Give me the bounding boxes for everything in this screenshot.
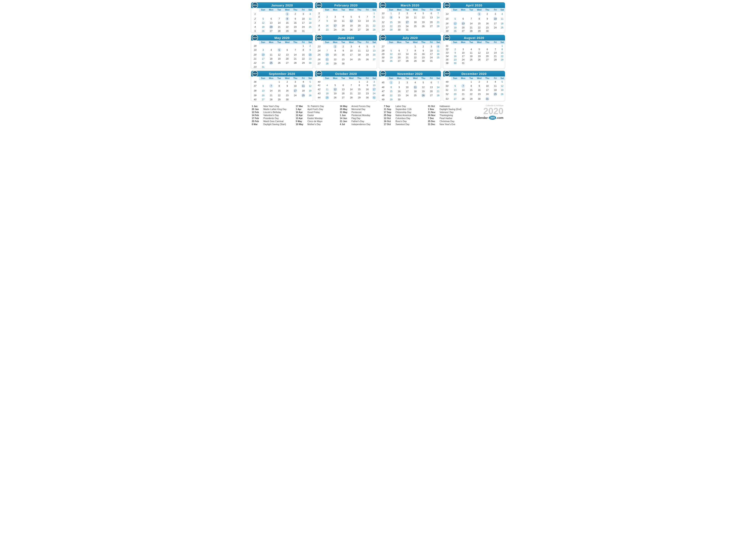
cal-day[interactable]: 26	[419, 93, 427, 98]
cal-day[interactable]: 3	[371, 80, 377, 84]
cal-day[interactable]: 5	[275, 48, 283, 52]
cal-day[interactable]: 4	[355, 44, 363, 49]
cal-day[interactable]: 29	[331, 62, 339, 65]
cal-day[interactable]: 17	[427, 52, 435, 56]
cal-day[interactable]: 19	[419, 20, 427, 25]
cal-day[interactable]: 10	[403, 85, 411, 89]
cal-day[interactable]: 1	[467, 80, 475, 84]
cal-day[interactable]: 31	[299, 29, 307, 33]
cal-day[interactable]: 8	[387, 85, 395, 89]
cal-day[interactable]: 26	[331, 95, 339, 100]
cal-day[interactable]: 2	[395, 80, 403, 85]
cal-day[interactable]: 17	[403, 89, 411, 93]
cal-day[interactable]: 21	[435, 20, 441, 25]
cal-day[interactable]: 21	[267, 93, 275, 98]
cal-day[interactable]: 4	[299, 80, 307, 84]
cal-day[interactable]: 27	[259, 98, 267, 101]
cal-day[interactable]: 7	[491, 48, 499, 51]
cal-day[interactable]: 14	[291, 52, 299, 57]
cal-day[interactable]: 1	[331, 44, 339, 49]
cal-day[interactable]: 28	[291, 61, 299, 65]
cal-day[interactable]: 21	[363, 23, 371, 28]
cal-day[interactable]: 3	[331, 15, 339, 18]
cal-day[interactable]: 1	[387, 80, 395, 85]
cal-day[interactable]: 25	[323, 95, 331, 100]
cal-day[interactable]: 17	[403, 20, 411, 25]
cal-day[interactable]: 14	[467, 21, 475, 26]
cal-day[interactable]: 10	[331, 18, 339, 23]
cal-day[interactable]: 16	[323, 23, 331, 28]
cal-day[interactable]: 24	[291, 93, 299, 98]
cal-day[interactable]: 4	[435, 44, 441, 49]
cal-day[interactable]: 25	[411, 25, 419, 28]
cal-day[interactable]: 28	[435, 93, 441, 98]
cal-day[interactable]: 11	[499, 16, 505, 21]
cal-day[interactable]: 11	[435, 49, 441, 52]
cal-day[interactable]: 29	[275, 98, 283, 101]
cal-day[interactable]: 29	[283, 29, 291, 33]
cal-day[interactable]: 20	[427, 89, 435, 93]
cal-day[interactable]: 19	[331, 92, 339, 95]
cal-day[interactable]: 19	[275, 57, 283, 61]
cal-day[interactable]: 12	[419, 15, 427, 20]
cal-day[interactable]: 13	[427, 15, 435, 20]
cal-day[interactable]: 14	[267, 88, 275, 93]
cal-day[interactable]: 28	[491, 58, 499, 62]
cal-day[interactable]: 22	[475, 26, 483, 29]
cal-day[interactable]: 16	[363, 87, 371, 92]
cal-day[interactable]: 10	[491, 16, 499, 21]
cal-day[interactable]: 7	[347, 84, 355, 87]
cal-day[interactable]: 11	[467, 51, 475, 55]
cal-day[interactable]: 18	[339, 23, 347, 28]
cal-day[interactable]: 12	[259, 21, 267, 25]
cal-day[interactable]: 12	[275, 52, 283, 57]
cal-day[interactable]: 14	[363, 18, 371, 23]
cal-day[interactable]: 23	[283, 93, 291, 98]
cal-day[interactable]: 29	[475, 29, 483, 33]
cal-day[interactable]: 4	[323, 84, 331, 87]
cal-day[interactable]: 25	[435, 56, 441, 59]
cal-day[interactable]: 28	[323, 62, 331, 65]
cal-day[interactable]: 5	[347, 15, 355, 18]
cal-day[interactable]: 25	[267, 61, 275, 65]
cal-day[interactable]: 18	[299, 88, 307, 93]
cal-day[interactable]: 14	[435, 85, 441, 89]
brand-url[interactable]: Calendar-365.com	[472, 115, 503, 120]
cal-day[interactable]: 2	[419, 44, 427, 49]
cal-day[interactable]: 11	[339, 18, 347, 23]
cal-day[interactable]: 1	[355, 80, 363, 84]
cal-day[interactable]: 5	[499, 80, 505, 84]
cal-day[interactable]: 28	[459, 96, 467, 101]
cal-day[interactable]: 23	[363, 92, 371, 95]
cal-day[interactable]: 28	[363, 28, 371, 32]
cal-day[interactable]: 24	[403, 25, 411, 28]
cal-day[interactable]: 2	[363, 80, 371, 84]
cal-day[interactable]: 11	[307, 16, 313, 21]
cal-day[interactable]: 22	[283, 25, 291, 29]
cal-day[interactable]: 9	[283, 84, 291, 88]
cal-day[interactable]: 15	[331, 52, 339, 57]
cal-day[interactable]: 20	[339, 92, 347, 95]
cal-day[interactable]: 21	[291, 57, 299, 61]
cal-day[interactable]: 24	[427, 56, 435, 59]
cal-day[interactable]: 18	[307, 21, 313, 25]
cal-day[interactable]: 26	[307, 93, 313, 98]
cal-day[interactable]: 14	[459, 88, 467, 92]
cal-day[interactable]: 1	[283, 12, 291, 16]
cal-day[interactable]: 3	[347, 44, 355, 49]
cal-day[interactable]: 1	[371, 12, 377, 15]
cal-day[interactable]: 27	[427, 25, 435, 28]
cal-day[interactable]: 3	[403, 80, 411, 85]
cal-day[interactable]: 27	[395, 59, 403, 63]
cal-day[interactable]: 21	[347, 92, 355, 95]
cal-day[interactable]: 6	[283, 48, 291, 52]
cal-day[interactable]: 25	[411, 93, 419, 98]
cal-day[interactable]: 28	[435, 25, 441, 28]
cal-day[interactable]: 10	[483, 84, 491, 88]
cal-day[interactable]: 18	[491, 88, 499, 92]
cal-day[interactable]: 20	[483, 55, 491, 58]
cal-day[interactable]: 2	[339, 44, 347, 49]
cal-day[interactable]: 11	[355, 49, 363, 52]
cal-day[interactable]: 24	[259, 61, 267, 65]
cal-day[interactable]: 29	[371, 28, 377, 32]
